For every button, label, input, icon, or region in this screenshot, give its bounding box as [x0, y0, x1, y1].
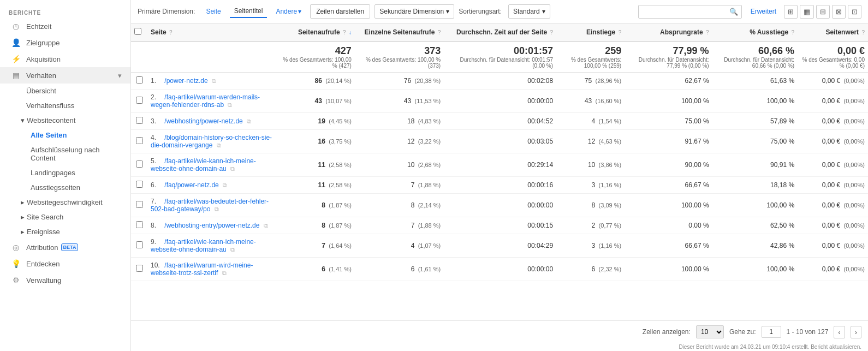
- sortierung-dropdown[interactable]: Standard ▾: [508, 4, 550, 19]
- row-checkbox-cell[interactable]: [131, 217, 147, 234]
- page-link[interactable]: /blog/domain-history-so-checken-sie-die-…: [151, 134, 272, 149]
- copy-icon[interactable]: ⧉: [222, 270, 227, 276]
- row-checkbox-cell[interactable]: [131, 153, 147, 177]
- help-icon-ei[interactable]: ?: [619, 29, 622, 35]
- sidebar-item-entdecken[interactable]: 💡 Entdecken: [0, 255, 130, 272]
- copy-icon[interactable]: ⧉: [247, 118, 251, 124]
- row-checkbox[interactable]: [136, 97, 143, 104]
- col-seitenaufrufe[interactable]: Seitenaufrufe ? ↓: [277, 23, 355, 41]
- copy-icon[interactable]: ⧉: [230, 246, 235, 253]
- search-box[interactable]: 🔍: [638, 5, 742, 19]
- sidebar-item-verwaltung[interactable]: ⚙ Verwaltung: [0, 272, 130, 288]
- row-checkbox-cell[interactable]: [131, 258, 147, 281]
- col-ausstiege[interactable]: % Ausstiege ?: [712, 23, 798, 41]
- row-checkbox-cell[interactable]: [131, 130, 147, 153]
- row-checkbox-cell[interactable]: [131, 177, 147, 194]
- row-checkbox-cell[interactable]: [131, 90, 147, 113]
- sidebar-subitem-ereignisse[interactable]: ▸ Ereignisse: [0, 224, 130, 239]
- sidebar-subitem-alle-seiten[interactable]: Alle Seiten: [0, 128, 130, 142]
- zeilen-darstellen-button[interactable]: Zeilen darstellen: [310, 4, 370, 19]
- row-checkbox[interactable]: [136, 117, 143, 124]
- copy-icon[interactable]: ⧉: [264, 222, 268, 229]
- row-checkbox[interactable]: [136, 137, 143, 144]
- next-page-button[interactable]: ›: [851, 326, 861, 338]
- copy-icon[interactable]: ⧉: [228, 102, 232, 108]
- row-checkbox[interactable]: [136, 160, 143, 168]
- row-checkbox[interactable]: [136, 201, 143, 208]
- help-icon-ab[interactable]: ?: [706, 29, 709, 35]
- row-checkbox[interactable]: [136, 181, 143, 188]
- help-icon-aus[interactable]: ?: [792, 29, 795, 35]
- sidebar-subitem-websitegeschw[interactable]: ▸ Websitegeschwindigkeit: [0, 195, 130, 210]
- col-durchschn[interactable]: Durchschn. Zeit auf der Seite ?: [444, 23, 556, 41]
- gehe-input[interactable]: [762, 326, 781, 338]
- page-link[interactable]: /webhosting/power-netz.de: [164, 117, 242, 125]
- sidebar-subitem-ausstiegsseiten[interactable]: Ausstiegsseiten: [0, 180, 130, 195]
- dim-tab-andere[interactable]: Andere ▾: [271, 5, 306, 17]
- copy-icon[interactable]: ⧉: [212, 78, 216, 84]
- sidebar-subitem-landingpages[interactable]: Landingpages: [0, 165, 130, 180]
- zeilen-select[interactable]: 10 25 50 100: [696, 325, 724, 338]
- page-link[interactable]: /faq-artikel/wie-kann-ich-meine-webseite…: [151, 238, 256, 253]
- sidebar-item-echtzeit[interactable]: ◷ Echtzeit: [0, 18, 130, 34]
- help-icon-sa[interactable]: ?: [343, 29, 346, 35]
- page-link[interactable]: /power-netz.de: [164, 77, 207, 85]
- page-link[interactable]: /faq-artikel/warum-wird-meine-webseite-t…: [151, 261, 253, 277]
- copy-icon[interactable]: ⧉: [217, 142, 221, 148]
- row-checkbox[interactable]: [136, 221, 143, 228]
- row-checkbox-cell[interactable]: [131, 194, 147, 217]
- col-absprungrate[interactable]: Absprungrate ?: [625, 23, 712, 41]
- col-einzelne[interactable]: Einzelne Seitenaufrufe ?: [355, 23, 444, 41]
- sidebar-item-akquisition[interactable]: ⚡ Akquisition: [0, 51, 130, 67]
- view-table-icon[interactable]: ⊞: [784, 5, 798, 19]
- row-checkbox-cell[interactable]: [131, 113, 147, 130]
- dim-tab-seitentitel[interactable]: Seitentitel: [230, 5, 267, 18]
- sidebar-item-verhalten[interactable]: ▤ Verhalten: [0, 67, 130, 84]
- sidebar-subitem-verhaltensfluss[interactable]: Verhaltensfluss: [0, 98, 130, 113]
- sidebar-subitem-site-search[interactable]: ▸ Site Search: [0, 210, 130, 224]
- sek-dim-dropdown[interactable]: Sekundäre Dimension ▾: [374, 4, 454, 19]
- row-checkbox[interactable]: [136, 241, 143, 248]
- page-link[interactable]: /faq-artikel/wie-kann-ich-meine-webseite…: [151, 157, 256, 172]
- page-link[interactable]: /faq-artikel/warum-werden-mails-wegen-fe…: [151, 93, 260, 109]
- view-pivot-icon[interactable]: ⊠: [832, 5, 846, 19]
- row-checkbox-cell[interactable]: [131, 73, 147, 90]
- sidebar-subitem-label: Site Search: [27, 213, 63, 221]
- sidebar-subitem-websitecontent[interactable]: ▾ Websitecontent: [0, 113, 130, 128]
- help-icon-sw[interactable]: ?: [861, 29, 865, 35]
- row-seitenaufrufe: 8 (1,87 %): [277, 194, 355, 217]
- row-number: 8.: [151, 222, 163, 229]
- sidebar-subitem-label: Alle Seiten: [31, 131, 67, 139]
- copy-icon[interactable]: ⧉: [215, 206, 219, 212]
- prev-page-button[interactable]: ‹: [834, 326, 845, 338]
- search-input[interactable]: [642, 8, 729, 15]
- page-link[interactable]: /webhosting-entry/power-netz.de: [164, 222, 259, 229]
- row-einzelne: 76 (20,38 %): [355, 73, 444, 90]
- col-einstiege[interactable]: Einstiege ?: [556, 23, 625, 41]
- erweitert-link[interactable]: Erweitert: [751, 8, 776, 15]
- view-bar-icon[interactable]: ▦: [800, 5, 814, 19]
- sidebar-subitem-aufschluesselung[interactable]: Aufschlüsselung nach Content: [0, 142, 130, 165]
- view-compare-icon[interactable]: ⊟: [816, 5, 830, 19]
- table-row: 3. /webhosting/power-netz.de ⧉ 19 (4,45 …: [131, 113, 868, 130]
- row-seitenaufrufe: 7 (1,64 %): [277, 234, 355, 258]
- row-seitenwert: 0,00 € (0,00%): [798, 73, 868, 90]
- sidebar-subitem-uebersicht[interactable]: Übersicht: [0, 84, 130, 98]
- col-seite[interactable]: Seite ?: [147, 23, 277, 41]
- page-link[interactable]: /faq/power-netz.de: [164, 181, 218, 189]
- row-checkbox[interactable]: [136, 76, 143, 84]
- help-icon-e[interactable]: ?: [438, 29, 441, 35]
- row-checkbox[interactable]: [136, 265, 143, 272]
- select-all-checkbox[interactable]: [134, 28, 141, 35]
- sidebar-item-zielgruppe[interactable]: 👤 Zielgruppe: [0, 34, 130, 51]
- row-checkbox-cell[interactable]: [131, 234, 147, 258]
- dim-tab-seite[interactable]: Seite: [201, 5, 225, 17]
- help-icon-d[interactable]: ?: [550, 29, 554, 35]
- copy-icon[interactable]: ⧉: [230, 165, 235, 172]
- sidebar-item-attribution[interactable]: ◎ Attribution BETA: [0, 239, 130, 255]
- col-seitenwert[interactable]: Seitenwert ?: [798, 23, 868, 41]
- view-custom-icon[interactable]: ⊡: [848, 5, 861, 19]
- page-link[interactable]: /faq-artikel/was-bedeutet-der-fehler-502…: [151, 198, 269, 213]
- help-icon-seite[interactable]: ?: [169, 29, 173, 35]
- copy-icon[interactable]: ⧉: [223, 182, 227, 188]
